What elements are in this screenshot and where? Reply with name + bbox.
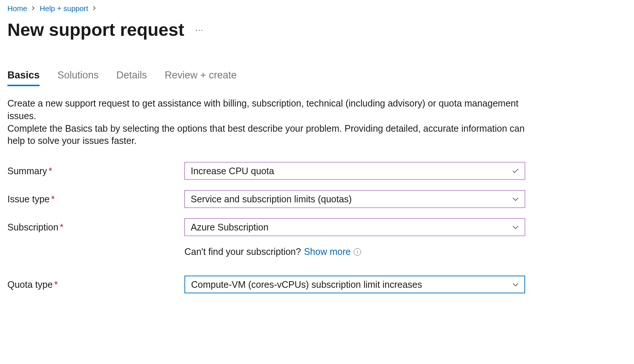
chevron-down-icon (512, 223, 519, 231)
tab-basics[interactable]: Basics (7, 70, 40, 86)
more-actions-button[interactable]: ··· (195, 26, 204, 34)
issue-type-select[interactable]: Service and subscription limits (quotas) (184, 190, 525, 208)
subscription-select[interactable]: Azure Subscription (184, 218, 525, 236)
form-row-quota-type: Quota type* Compute-VM (cores-vCPUs) sub… (7, 276, 627, 293)
summary-label: Summary* (7, 166, 184, 176)
issue-type-label: Issue type* (7, 194, 184, 205)
form-row-summary: Summary* Increase CPU quota (7, 162, 627, 180)
tab-solutions[interactable]: Solutions (57, 70, 99, 86)
quota-type-label: Quota type* (7, 279, 184, 290)
chevron-right-icon (93, 5, 96, 13)
description-text: Create a new support request to get assi… (7, 97, 526, 147)
summary-input[interactable]: Increase CPU quota (184, 162, 525, 180)
page-title-row: New support request ··· (7, 20, 627, 40)
breadcrumb-help-support[interactable]: Help + support (40, 4, 88, 13)
tab-review-create[interactable]: Review + create (165, 70, 237, 86)
page-title: New support request (7, 20, 184, 40)
description-line1: Create a new support request to get assi… (7, 97, 526, 122)
chevron-down-icon (512, 281, 519, 288)
chevron-down-icon (512, 195, 519, 203)
chevron-right-icon (31, 5, 35, 13)
subscription-hint: Can't find your subscription? Show more … (184, 246, 361, 257)
description-line2: Complete the Basics tab by selecting the… (7, 122, 526, 148)
tabs: Basics Solutions Details Review + create (7, 70, 627, 86)
form-row-issue-type: Issue type* Service and subscription lim… (7, 190, 627, 208)
subscription-hint-row: Can't find your subscription? Show more … (7, 246, 627, 257)
subscription-label: Subscription* (7, 222, 184, 233)
info-icon[interactable]: i (354, 248, 361, 256)
tab-details[interactable]: Details (116, 70, 147, 86)
show-more-link[interactable]: Show more (304, 246, 351, 257)
form-row-subscription: Subscription* Azure Subscription (7, 218, 627, 236)
breadcrumb-home[interactable]: Home (7, 4, 27, 13)
breadcrumb: Home Help + support (7, 4, 627, 13)
quota-type-select[interactable]: Compute-VM (cores-vCPUs) subscription li… (184, 276, 525, 293)
checkmark-icon (512, 167, 519, 175)
